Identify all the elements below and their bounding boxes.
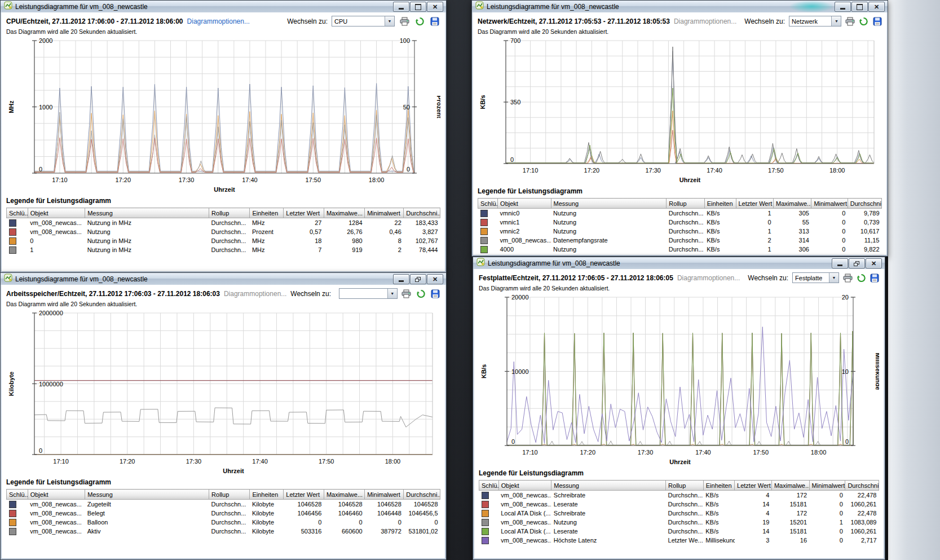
column-header[interactable]: Minimalwert (365, 490, 404, 500)
chart-options-link[interactable]: Diagrammoptionen... (677, 274, 740, 282)
app-icon (4, 274, 12, 284)
minimize-button[interactable] (832, 258, 848, 268)
table-cell: 0,57 (284, 227, 324, 236)
table-row[interactable]: vm_008_newcas...DatenempfangsrateDurchsc… (478, 236, 882, 245)
print-icon[interactable] (845, 16, 855, 27)
column-header[interactable]: Minimalwert (809, 480, 845, 491)
column-header[interactable]: Durchschni... (848, 199, 881, 209)
table-row[interactable]: vmnic1NutzungDurchschn...KB/s05500,739 (478, 218, 882, 227)
column-header[interactable]: Schlü... (479, 480, 499, 491)
column-header[interactable]: Letzter Wert (284, 208, 324, 218)
minimize-button[interactable] (835, 2, 851, 12)
titlebar[interactable]: Leistungsdiagramme für vm_008_newcastle … (473, 257, 885, 269)
save-icon[interactable] (429, 16, 440, 27)
column-header[interactable]: Letzter Wert (735, 480, 772, 491)
titlebar[interactable]: Leistungsdiagramme für vm_008_newcastle … (472, 1, 888, 12)
table-row[interactable]: vm_008_newcas...NutzungDurchschn...KB/s1… (479, 518, 879, 527)
table-cell: KB/s (703, 500, 734, 509)
combo-dropdown-arrow[interactable]: ▼ (387, 289, 397, 298)
chart-type-select[interactable]: Netzwerk▼ (789, 16, 841, 27)
table-row[interactable]: Local ATA Disk (...LeserateDurchschn...K… (479, 527, 879, 536)
refresh-icon[interactable] (857, 273, 866, 283)
combo-dropdown-arrow[interactable]: ▼ (385, 16, 394, 26)
chart-options-link[interactable]: Diagrammoptionen... (224, 290, 286, 298)
column-header[interactable]: Rollup (209, 208, 250, 218)
column-header[interactable]: Objekt (498, 480, 551, 491)
column-header[interactable]: Objekt (28, 490, 85, 500)
refresh-icon[interactable] (416, 289, 426, 299)
minimize-button[interactable] (393, 274, 409, 284)
table-row[interactable]: vm_008_newcas...Höchste LatenzLetzter We… (479, 536, 879, 545)
column-header[interactable]: Einheiten (250, 208, 284, 218)
column-header[interactable]: Schlü... (7, 490, 28, 500)
table-row[interactable]: vm_008_newcas...ZugeteiltDurchschn...Kil… (7, 500, 440, 509)
table-row[interactable]: 1Nutzung in MHzDurchschn...MHz7919278,44… (7, 245, 440, 254)
column-header[interactable]: Maximalwe... (771, 480, 809, 491)
close-button[interactable]: ✕ (868, 2, 885, 12)
column-header[interactable]: Maximalwe... (324, 208, 364, 218)
close-button[interactable]: ✕ (427, 274, 443, 284)
column-header[interactable]: Rollup (667, 199, 704, 209)
column-header[interactable]: Minimalwert (365, 208, 404, 218)
save-icon[interactable] (872, 16, 882, 27)
table-row[interactable]: vm_008_newcas...AktivDurchschn...Kilobyt… (7, 527, 440, 536)
table-row[interactable]: vm_008_newcas...BalloonDurchschn...Kilob… (7, 518, 440, 527)
column-header[interactable]: Durchschni... (404, 208, 440, 218)
column-header[interactable]: Messung (551, 480, 666, 491)
print-icon[interactable] (843, 273, 853, 283)
column-header[interactable]: Letzter Wert (284, 490, 324, 500)
titlebar[interactable]: Leistungsdiagramme für vm_008_newcastle … (1, 1, 446, 12)
table-row[interactable]: vmnic0NutzungDurchschn...KB/s130509,789 (478, 209, 882, 218)
maximize-button[interactable] (410, 2, 426, 12)
maximize-button[interactable] (851, 2, 868, 12)
table-row[interactable]: Local ATA Disk (...SchreibrateDurchschn.… (479, 509, 879, 518)
combo-dropdown-arrow[interactable]: ▼ (831, 16, 841, 26)
table-row[interactable]: vm_008_newcas...BelegtDurchschn...Kiloby… (7, 509, 440, 518)
refresh-note: Das Diagramm wird alle 20 Sekunden aktua… (479, 285, 879, 292)
print-icon[interactable] (399, 16, 410, 27)
table-row[interactable]: vm_008_newcas...Nutzung in MHzDurchschn.… (7, 218, 440, 228)
restore-button[interactable] (849, 258, 865, 268)
close-button[interactable]: ✕ (427, 2, 443, 12)
column-header[interactable]: Einheiten (704, 199, 736, 209)
table-row[interactable]: vmnic2NutzungDurchschn...KB/s1313010,617 (478, 227, 882, 236)
table-row[interactable]: vm_008_newcas...LeserateDurchschn...KB/s… (479, 500, 879, 509)
combo-dropdown-arrow[interactable]: ▼ (829, 273, 839, 283)
column-header[interactable]: Minimalwert (811, 199, 848, 209)
table-cell: vm_008_newcas... (498, 236, 551, 245)
column-header[interactable]: Einheiten (250, 490, 284, 500)
column-header[interactable]: Durchschni... (404, 490, 440, 500)
column-header[interactable]: Messung (551, 199, 667, 209)
chart-type-select[interactable]: CPU▼ (332, 16, 395, 27)
column-header[interactable]: Schlü... (7, 208, 28, 218)
chart-type-select[interactable]: Festplatte▼ (792, 272, 839, 283)
column-header[interactable]: Durchschni... (845, 480, 879, 491)
table-row[interactable]: vm_008_newcas...NutzungDurchschn...Proze… (7, 227, 440, 236)
refresh-icon[interactable] (859, 16, 868, 27)
restore-button[interactable] (410, 274, 426, 284)
titlebar[interactable]: Leistungsdiagramme für vm_008_newcastle … (1, 273, 446, 285)
column-header[interactable]: Messung (85, 490, 209, 500)
table-row[interactable]: 0Nutzung in MHzDurchschn...MHz189808102,… (7, 236, 440, 245)
column-header[interactable]: Objekt (28, 208, 85, 218)
column-header[interactable]: Einheiten (703, 480, 734, 491)
save-icon[interactable] (870, 273, 879, 283)
minimize-button[interactable] (393, 2, 409, 12)
column-header[interactable]: Objekt (498, 199, 551, 209)
chart-options-link[interactable]: Diagrammoptionen... (674, 17, 736, 25)
chart-options-link[interactable]: Diagrammoptionen... (187, 17, 250, 25)
column-header[interactable]: Schlü... (478, 199, 498, 209)
chart-type-select[interactable]: ▼ (339, 288, 398, 299)
column-header[interactable]: Rollup (666, 480, 704, 491)
column-header[interactable]: Rollup (209, 490, 250, 500)
refresh-icon[interactable] (414, 16, 425, 27)
table-row[interactable]: 4000NutzungDurchschn...KB/s130609,822 (478, 245, 882, 254)
close-button[interactable]: ✕ (866, 258, 882, 268)
column-header[interactable]: Letzter Wert (736, 199, 774, 209)
save-icon[interactable] (430, 289, 440, 299)
table-row[interactable]: vm_008_newcas...SchreibrateDurchschn...K… (479, 491, 879, 500)
column-header[interactable]: Messung (85, 208, 209, 218)
print-icon[interactable] (401, 289, 412, 299)
column-header[interactable]: Maximalwe... (774, 199, 811, 209)
column-header[interactable]: Maximalwe... (324, 490, 364, 500)
